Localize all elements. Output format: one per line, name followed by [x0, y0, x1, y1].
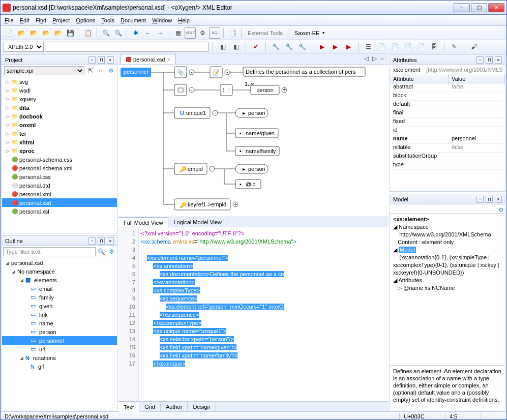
doc3-icon[interactable]: 📄: [402, 41, 413, 52]
debug-icon[interactable]: ▶: [330, 41, 341, 52]
outline-group[interactable]: ◢▦ elements: [2, 276, 117, 284]
attr-row[interactable]: substitutionGroup: [390, 153, 505, 161]
link-icon[interactable]: ↔: [97, 67, 105, 75]
doc1-icon[interactable]: 📄: [376, 41, 387, 52]
minimize-button[interactable]: –: [454, 3, 470, 12]
tab-text[interactable]: Text: [118, 402, 139, 412]
last-mod-icon[interactable]: ✱: [130, 27, 141, 39]
attr-row[interactable]: final: [390, 109, 505, 118]
project-item[interactable]: ▷📁xquery: [2, 95, 117, 103]
outline-item[interactable]: ▭ personnel: [2, 336, 117, 345]
menu-help[interactable]: Help: [178, 17, 190, 23]
reopen-icon[interactable]: 📂: [52, 27, 64, 39]
xpath-input[interactable]: [46, 42, 208, 52]
attr-row[interactable]: nillablefalse: [390, 144, 505, 153]
project-item[interactable]: ▷📁xhtml: [2, 138, 117, 146]
menu-options[interactable]: Options: [76, 17, 95, 23]
attr-row[interactable]: type: [390, 161, 505, 170]
search-icon[interactable]: 🔍: [97, 247, 106, 256]
new-icon[interactable]: 📄: [4, 27, 15, 39]
pin-icon[interactable]: ⊓: [98, 237, 105, 245]
outline-group[interactable]: ◢N notations: [2, 353, 117, 362]
open-icon[interactable]: 📂: [16, 27, 27, 39]
settings-icon[interactable]: ⚙: [107, 67, 115, 75]
xslt-params-icon[interactable]: ⚙: [197, 27, 208, 39]
maximize-button[interactable]: ▢: [471, 3, 487, 12]
project-item[interactable]: ▷📁ooxml: [2, 121, 117, 129]
xq-icon[interactable]: XQ: [209, 27, 220, 39]
format-icon[interactable]: ▦: [172, 27, 184, 39]
pin-icon[interactable]: ⊓: [98, 56, 105, 64]
menu-tools[interactable]: Tools: [101, 17, 114, 23]
restore-icon[interactable]: ▫: [88, 56, 96, 64]
xslt-icon[interactable]: XSLT: [185, 27, 196, 39]
engine-selector[interactable]: Saxon-EE: [292, 30, 322, 36]
col-value[interactable]: Value: [449, 74, 505, 83]
wrench3-icon[interactable]: 🔧: [296, 41, 308, 52]
assoc-icon[interactable]: 📑: [227, 27, 238, 39]
project-item[interactable]: ▷📁xproc: [2, 146, 117, 155]
forward-icon[interactable]: →: [155, 27, 166, 39]
tab-logical-model[interactable]: Logical Model View: [168, 217, 227, 227]
open-url-icon[interactable]: 📂: [28, 27, 39, 39]
restore-icon[interactable]: ▫: [476, 196, 484, 203]
project-item[interactable]: ▷📁wsdl: [2, 86, 117, 95]
panel-close-icon[interactable]: ×: [495, 196, 502, 203]
project-item[interactable]: 🔴personal.xml: [2, 190, 117, 198]
outline-item[interactable]: N gif: [2, 362, 117, 371]
tab-author[interactable]: Author: [161, 402, 188, 412]
restore-icon[interactable]: ▫: [476, 56, 484, 64]
tab-full-model[interactable]: Full Model View: [118, 217, 168, 227]
outline-item[interactable]: ▭ person: [2, 327, 117, 336]
doc2-icon[interactable]: 📄: [389, 41, 400, 52]
project-file-select[interactable]: sample.xpr: [4, 66, 84, 75]
restore-icon[interactable]: ▫: [88, 237, 96, 245]
find-icon[interactable]: 🔍: [100, 27, 111, 39]
run3-icon[interactable]: ▶: [343, 41, 354, 52]
outline-item[interactable]: ▭ family: [2, 293, 117, 302]
model-body[interactable]: <xs:element> ◢ Namespace http://www.w3.o…: [390, 214, 505, 365]
pin-icon[interactable]: ⊓: [486, 196, 493, 203]
text-editor[interactable]: 1234567891011121314151617 <?xml version=…: [118, 227, 389, 401]
attr-row[interactable]: default: [390, 101, 505, 109]
outline-item[interactable]: ▭ given: [2, 302, 117, 310]
menu-window[interactable]: Window: [152, 17, 172, 23]
outline-ns[interactable]: ◢No namespace: [2, 267, 117, 276]
project-item[interactable]: 🔴personal.xsd: [2, 198, 117, 207]
db-icon[interactable]: 🗄: [429, 41, 440, 52]
tab-design[interactable]: Design: [188, 402, 216, 412]
attr-row[interactable]: fixed: [390, 118, 505, 127]
brush-icon[interactable]: 🖌: [468, 41, 480, 52]
project-tree[interactable]: ▷📁svg▷📁wsdl▷📁xquery▷📁dita▷📁docbook▷📁ooxm…: [2, 76, 117, 233]
back-icon[interactable]: ←: [142, 27, 154, 39]
collapse-icon[interactable]: ⇱: [86, 67, 95, 75]
outline-filter-input[interactable]: [3, 247, 96, 256]
outline-root[interactable]: ◢personal.xsd: [2, 258, 117, 267]
wrench-icon[interactable]: 🔧: [270, 41, 281, 52]
menu-find[interactable]: Find: [36, 17, 46, 23]
close-button[interactable]: ✕: [488, 3, 504, 12]
edit-icon[interactable]: ✎: [449, 41, 460, 52]
schema-diagram[interactable]: .box{fill:#fff;stroke:#555;stroke-width:…: [118, 65, 389, 217]
tab-personal-xsd[interactable]: personal.xsd ×: [121, 54, 176, 64]
project-item[interactable]: ▷📁tei: [2, 129, 117, 138]
tab-grid[interactable]: Grid: [139, 402, 161, 412]
panel-close-icon[interactable]: ×: [107, 56, 114, 64]
attr-row[interactable]: id: [390, 127, 505, 135]
gear-icon[interactable]: ⚙: [107, 247, 116, 256]
attr-row[interactable]: block: [390, 92, 505, 101]
run-icon[interactable]: ▶: [316, 41, 327, 52]
outline-item[interactable]: ▭ link: [2, 310, 117, 319]
external-tools-label[interactable]: External Tools: [245, 30, 286, 36]
project-item[interactable]: 🟢personal.xsl: [2, 207, 117, 216]
outline-item[interactable]: ▭ name: [2, 319, 117, 327]
project-item[interactable]: ▷📁svg: [2, 77, 117, 86]
project-item[interactable]: 🟢personal-schema.css: [2, 155, 117, 164]
prev-tab-icon[interactable]: ◁: [362, 53, 370, 64]
doc4-icon[interactable]: 📄: [415, 41, 427, 52]
project-item[interactable]: ▷📁docbook: [2, 112, 117, 121]
validate-icon[interactable]: ✔: [250, 41, 261, 52]
menu-edit[interactable]: Edit: [20, 17, 29, 23]
panel-close-icon[interactable]: ×: [107, 237, 114, 245]
project-item[interactable]: ▷📁dita: [2, 103, 117, 112]
